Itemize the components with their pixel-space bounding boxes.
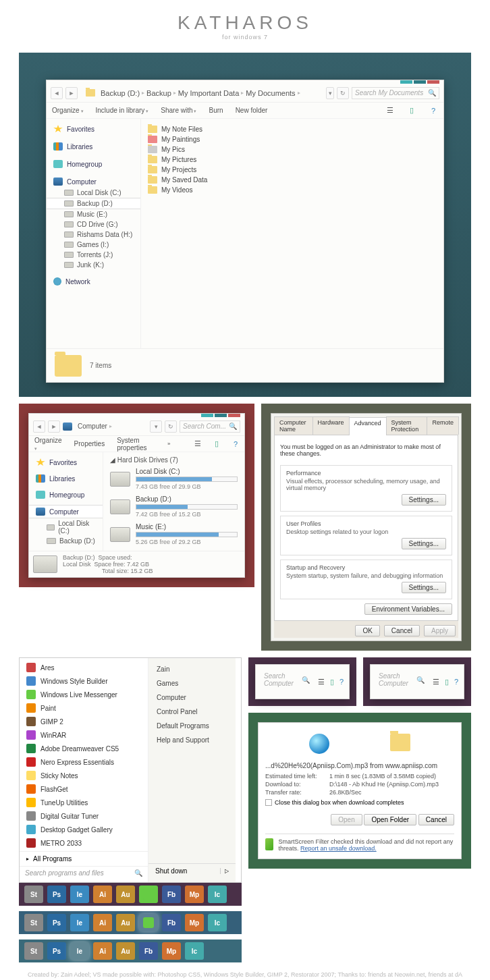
- start-menu-item[interactable]: Adobe Dreamweaver CS5: [20, 742, 148, 755]
- preview-pane-icon[interactable]: ▯: [407, 106, 416, 115]
- drive-item[interactable]: Games (I:): [47, 240, 140, 250]
- start-menu-item[interactable]: FlashGet: [20, 782, 148, 796]
- default-programs-link[interactable]: Default Programs: [148, 719, 236, 733]
- ok-button[interactable]: OK: [355, 625, 379, 636]
- search-input[interactable]: Search Computer🔍: [376, 674, 427, 686]
- computer-link[interactable]: Computer: [148, 690, 236, 705]
- breadcrumb[interactable]: Backup (D:)▸ Backup▸ My Important Data▸ …: [98, 89, 323, 97]
- taskbar-icon[interactable]: Ic: [185, 942, 204, 960]
- libraries-group[interactable]: Libraries: [47, 140, 140, 153]
- taskbar-icon[interactable]: Ps: [47, 886, 66, 903]
- back-button[interactable]: ◄: [33, 420, 45, 433]
- tab-computer-name[interactable]: Computer Name: [274, 416, 312, 435]
- history-drop[interactable]: ▾: [326, 87, 334, 99]
- organize-menu[interactable]: Organize: [52, 107, 84, 114]
- shutdown-button[interactable]: Shut down▷: [148, 863, 236, 878]
- open-button[interactable]: Open: [331, 814, 362, 825]
- envvars-button[interactable]: Environment Variables...: [364, 603, 452, 615]
- start-menu-item[interactable]: Digital Guitar Tuner: [20, 809, 148, 823]
- drive-item[interactable]: Rishams Data (H:): [47, 229, 140, 240]
- tab-system-protection[interactable]: System Protection: [386, 416, 428, 435]
- tab-advanced[interactable]: Advanced: [349, 417, 387, 435]
- games-link[interactable]: Games: [148, 676, 236, 690]
- sysprops-button[interactable]: System properties: [117, 437, 155, 452]
- tab-hardware[interactable]: Hardware: [312, 416, 350, 435]
- cancel-button[interactable]: Cancel: [384, 625, 420, 636]
- newfolder-button[interactable]: New folder: [236, 107, 268, 114]
- drive-item-selected[interactable]: Backup (D:): [47, 198, 140, 209]
- tab-remote[interactable]: Remote: [427, 416, 459, 435]
- drive-tile[interactable]: Local Disk (C:)7.43 GB free of 29.9 GB: [106, 465, 242, 493]
- drive-item[interactable]: Local Disk (C:): [47, 188, 140, 198]
- minimize-button[interactable]: [400, 80, 412, 84]
- burn-button[interactable]: Burn: [209, 107, 223, 114]
- back-button[interactable]: ◄: [51, 87, 63, 99]
- control-panel-link[interactable]: Control Panel: [148, 705, 236, 719]
- taskbar-icon[interactable]: [139, 886, 158, 903]
- start-menu-item[interactable]: GIMP 2: [20, 715, 148, 728]
- list-item[interactable]: My Note Files: [148, 124, 437, 134]
- drive-item[interactable]: Music (E:): [47, 209, 140, 219]
- include-library-menu[interactable]: Include in library: [96, 107, 149, 114]
- taskbar-icon[interactable]: Ic: [208, 914, 227, 931]
- settings-button[interactable]: Settings...: [402, 538, 446, 549]
- list-item[interactable]: My Pics: [148, 144, 437, 155]
- computer-group[interactable]: Computer: [47, 175, 140, 188]
- search-input[interactable]: Search My Documents🔍: [352, 87, 439, 99]
- help-icon[interactable]: ?: [429, 106, 438, 115]
- drive-tile[interactable]: Backup (D:)7.42 GB free of 15.2 GB: [106, 493, 242, 520]
- help-link[interactable]: Help and Support: [148, 733, 236, 747]
- openfolder-button[interactable]: Open Folder: [364, 814, 416, 825]
- homegroup[interactable]: Homegroup: [47, 158, 140, 170]
- organize-menu[interactable]: Organize: [34, 437, 62, 452]
- view-icon[interactable]: ☰: [385, 106, 395, 115]
- taskbar-icon[interactable]: Mp: [162, 942, 181, 960]
- user-link[interactable]: Zain: [148, 662, 236, 676]
- properties-button[interactable]: Properties: [74, 440, 105, 447]
- taskbar-icon[interactable]: Fb: [162, 914, 181, 931]
- taskbar-icon[interactable]: Mp: [185, 914, 204, 931]
- search-input[interactable]: Search Com...🔍: [180, 420, 240, 433]
- settings-button[interactable]: Settings...: [402, 582, 446, 593]
- close-button[interactable]: [427, 80, 439, 84]
- share-menu[interactable]: Share with: [161, 107, 196, 114]
- start-menu-item[interactable]: Windows Style Builder: [20, 674, 148, 688]
- search-input[interactable]: Search Computer🔍: [261, 674, 312, 686]
- taskbar-icon[interactable]: Ai: [93, 886, 112, 903]
- taskbar-icon[interactable]: Ai: [93, 914, 112, 931]
- taskbar-icon[interactable]: Fb: [139, 942, 158, 960]
- taskbar-icon[interactable]: [139, 914, 158, 931]
- all-programs[interactable]: ▸All Programs: [20, 851, 148, 866]
- list-item[interactable]: My Projects: [148, 165, 437, 175]
- list-item[interactable]: My Videos: [148, 185, 437, 195]
- network-group[interactable]: Network: [47, 275, 140, 288]
- taskbar-icon[interactable]: Ie: [70, 886, 89, 903]
- start-menu-item[interactable]: Nero Express Essentials: [20, 755, 148, 769]
- start-search[interactable]: Search programs and files🔍: [20, 866, 148, 879]
- taskbar-icon[interactable]: Mp: [185, 886, 204, 903]
- taskbar-icon[interactable]: Ps: [47, 942, 66, 960]
- drive-item[interactable]: Torrents (J:): [47, 250, 140, 260]
- taskbar-icon[interactable]: St: [24, 914, 43, 931]
- close-when-done-checkbox[interactable]: Close this dialog box when download comp…: [265, 796, 454, 809]
- start-menu-item[interactable]: TuneUp Utilities: [20, 796, 148, 809]
- list-item[interactable]: My Saved Data: [148, 175, 437, 185]
- settings-button[interactable]: Settings...: [402, 494, 446, 506]
- start-menu-item[interactable]: Sticky Notes: [20, 769, 148, 782]
- list-item[interactable]: My Paintings: [148, 134, 437, 144]
- start-menu-item[interactable]: Desktop Gadget Gallery: [20, 823, 148, 836]
- start-menu-item[interactable]: Ares: [20, 661, 148, 674]
- taskbar-icon[interactable]: Ic: [208, 886, 227, 903]
- taskbar-icon[interactable]: Ie: [70, 942, 89, 960]
- apply-button[interactable]: Apply: [424, 625, 456, 636]
- list-item[interactable]: My Pictures: [148, 155, 437, 165]
- forward-button[interactable]: ►: [48, 420, 60, 433]
- cancel-button[interactable]: Cancel: [418, 814, 454, 825]
- maximize-button[interactable]: [414, 80, 426, 84]
- taskbar-icon[interactable]: St: [24, 942, 43, 960]
- start-menu-item[interactable]: Windows Live Messenger: [20, 688, 148, 701]
- drive-tile[interactable]: Music (E:)5.26 GB free of 29.2 GB: [106, 520, 242, 548]
- taskbar-icon[interactable]: Ie: [70, 914, 89, 931]
- taskbar-icon[interactable]: Ai: [93, 942, 112, 960]
- start-menu-item[interactable]: WinRAR: [20, 728, 148, 742]
